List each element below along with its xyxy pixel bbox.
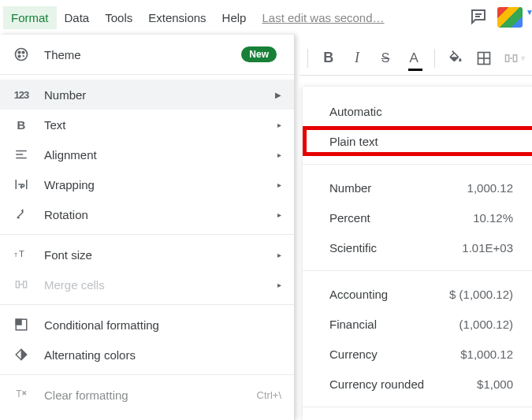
- menu-separator: [0, 234, 294, 235]
- strikethrough-button[interactable]: S: [378, 47, 393, 69]
- format-theme-label: Theme: [44, 48, 81, 61]
- toolbar-divider: [434, 49, 435, 68]
- alternating-icon: [13, 348, 30, 362]
- menu-tools[interactable]: Tools: [97, 6, 140, 29]
- submenu-arrow-icon: ▸: [277, 281, 281, 289]
- format-wrapping[interactable]: Wrapping ▸: [0, 169, 294, 199]
- format-theme[interactable]: Theme New: [0, 39, 294, 69]
- menu-separator: [303, 407, 532, 407]
- number-submenu: Automatic Plain text Number 1,000.12 Per…: [303, 87, 532, 420]
- toolbar: B I S A ▼: [299, 41, 532, 76]
- last-edit-link[interactable]: Last edit was second…: [262, 11, 384, 24]
- format-conditional[interactable]: Conditional formatting: [0, 310, 294, 340]
- format-clear[interactable]: T Clear formatting Ctrl+\: [0, 380, 294, 410]
- number-plaintext[interactable]: Plain text: [303, 126, 532, 156]
- format-merge-label: Merge cells: [44, 278, 105, 292]
- fontsize-icon: TT: [13, 247, 30, 262]
- number-accounting[interactable]: Accounting $ (1,000.12): [303, 279, 532, 309]
- toolbar-divider: [307, 49, 308, 68]
- svg-rect-19: [24, 281, 27, 288]
- format-clear-label: Clear formatting: [44, 388, 128, 402]
- wrap-icon: [13, 177, 30, 191]
- format-number-label: Number: [44, 88, 86, 102]
- rotation-icon: [13, 207, 30, 221]
- conditional-icon: [13, 318, 30, 332]
- chevron-down-icon: ▼: [526, 8, 532, 17]
- format-alignment[interactable]: Alignment ▸: [0, 139, 294, 169]
- format-alignment-label: Alignment: [44, 148, 97, 162]
- svg-rect-18: [16, 281, 19, 288]
- format-fontsize[interactable]: TT Font size ▸: [0, 240, 294, 269]
- svg-point-9: [22, 51, 24, 54]
- number-number[interactable]: Number 1,000.12: [303, 173, 532, 203]
- submenu-arrow-icon: ▸: [277, 121, 281, 129]
- svg-rect-6: [514, 54, 517, 61]
- number-scientific[interactable]: Scientific 1.01E+03: [303, 232, 532, 262]
- menu-data[interactable]: Data: [57, 6, 98, 29]
- bold-button[interactable]: B: [321, 47, 337, 69]
- format-merge: Merge cells ▸: [0, 269, 294, 299]
- merge-icon: [13, 278, 30, 291]
- align-icon: [13, 147, 30, 162]
- format-conditional-label: Conditional formatting: [44, 318, 159, 332]
- format-wrapping-label: Wrapping: [44, 178, 95, 191]
- clear-icon: T: [13, 388, 30, 402]
- new-badge: New: [241, 46, 277, 62]
- format-alternating-label: Alternating colors: [44, 348, 136, 362]
- number-financial[interactable]: Financial (1,000.12): [303, 309, 532, 339]
- shortcut-label: Ctrl+\: [257, 389, 281, 401]
- svg-point-7: [16, 49, 28, 61]
- svg-rect-21: [16, 319, 21, 325]
- theme-icon: [13, 46, 30, 62]
- menu-bar: Format Data Tools Extensions Help Last e…: [0, 0, 532, 35]
- fill-color-button[interactable]: [448, 47, 463, 69]
- submenu-arrow-icon: ▸: [277, 210, 281, 219]
- svg-text:T: T: [14, 252, 17, 258]
- chevron-down-icon: ▼: [519, 54, 526, 62]
- comment-icon[interactable]: [469, 7, 488, 28]
- number-percent[interactable]: Percent 10.12%: [303, 203, 532, 232]
- svg-point-8: [18, 51, 20, 54]
- menu-separator: [0, 374, 294, 375]
- submenu-arrow-icon: ▸: [277, 251, 281, 259]
- menu-separator: [303, 164, 532, 165]
- number-automatic[interactable]: Automatic: [303, 96, 532, 126]
- google-meet-icon: [497, 7, 523, 28]
- svg-rect-5: [506, 54, 509, 61]
- format-dropdown: Theme New 123 Number ▶ B Text ▸ Alignmen…: [0, 35, 295, 420]
- menu-separator: [0, 74, 294, 75]
- text-color-swatch: [408, 69, 422, 71]
- svg-point-10: [18, 55, 20, 58]
- menu-separator: [303, 270, 532, 271]
- format-number[interactable]: 123 Number ▶: [0, 80, 294, 110]
- text-color-button[interactable]: A: [406, 47, 422, 69]
- menu-help[interactable]: Help: [214, 6, 255, 29]
- italic-button[interactable]: I: [349, 47, 365, 69]
- svg-text:T: T: [19, 249, 24, 258]
- format-alternating[interactable]: Alternating colors: [0, 340, 294, 370]
- submenu-arrow-icon: ▶: [275, 91, 281, 99]
- borders-button[interactable]: [476, 47, 492, 69]
- svg-text:T: T: [16, 388, 22, 400]
- submenu-arrow-icon: ▸: [277, 180, 281, 189]
- number-currency-rounded[interactable]: Currency rounded $1,000: [303, 369, 532, 399]
- format-rotation[interactable]: Rotation ▸: [0, 199, 294, 229]
- submenu-arrow-icon: ▸: [277, 151, 281, 159]
- menu-format[interactable]: Format: [3, 6, 57, 29]
- format-fontsize-label: Font size: [44, 248, 92, 262]
- account-switcher[interactable]: ▼: [496, 3, 524, 32]
- bold-icon: B: [13, 118, 30, 132]
- number-icon: 123: [13, 89, 30, 101]
- menu-extensions[interactable]: Extensions: [140, 6, 214, 29]
- menu-separator: [0, 304, 294, 305]
- format-text[interactable]: B Text ▸: [0, 110, 294, 139]
- merge-cells-button[interactable]: ▼: [504, 47, 526, 69]
- format-rotation-label: Rotation: [44, 208, 88, 221]
- format-text-label: Text: [44, 118, 66, 132]
- number-currency[interactable]: Currency $1,000.12: [303, 339, 532, 369]
